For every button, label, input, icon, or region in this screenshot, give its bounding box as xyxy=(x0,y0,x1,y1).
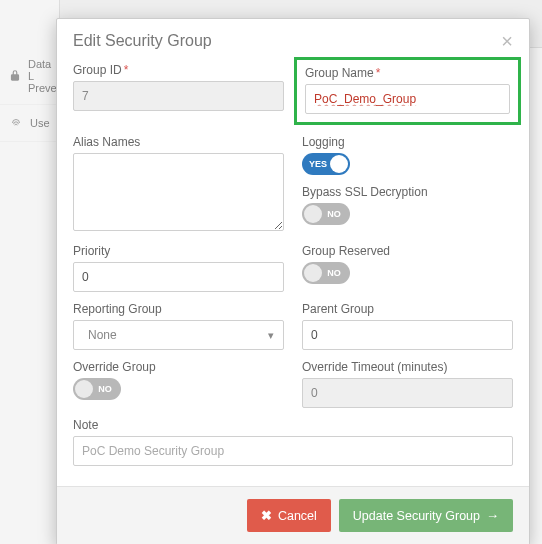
alias-names-textarea[interactable] xyxy=(73,153,284,231)
cancel-button[interactable]: ✖ Cancel xyxy=(247,499,331,532)
priority-label: Priority xyxy=(73,244,284,258)
update-security-group-button[interactable]: Update Security Group → xyxy=(339,499,513,532)
edit-security-group-modal: Edit Security Group × Group ID* Group Na… xyxy=(56,18,530,544)
reporting-group-select[interactable]: ▾ xyxy=(73,320,284,350)
toggle-knob xyxy=(330,155,348,173)
background-sidebar: Data L Preve Use xyxy=(0,0,60,544)
group-name-label: Group Name* xyxy=(305,66,510,80)
toggle-state-label: NO xyxy=(98,384,112,394)
group-id-input xyxy=(73,81,284,111)
fingerprint-icon xyxy=(8,115,24,131)
modal-header: Edit Security Group × xyxy=(57,19,529,59)
bypass-ssl-label: Bypass SSL Decryption xyxy=(302,185,513,199)
group-reserved-label: Group Reserved xyxy=(302,244,513,258)
override-group-toggle[interactable]: NO xyxy=(73,378,121,400)
bg-sidebar-item-user: Use xyxy=(0,105,59,142)
reporting-group-value[interactable] xyxy=(73,320,284,350)
bg-item-label: Data L xyxy=(28,58,51,82)
override-group-label: Override Group xyxy=(73,360,284,374)
bg-item-label-2: Preve xyxy=(28,82,57,94)
bg-sidebar-item-data: Data L Preve xyxy=(0,48,59,105)
group-reserved-toggle[interactable]: NO xyxy=(302,262,350,284)
group-name-input[interactable] xyxy=(305,84,510,114)
modal-footer: ✖ Cancel Update Security Group → xyxy=(57,486,529,544)
toggle-state-label: NO xyxy=(327,209,341,219)
parent-group-label: Parent Group xyxy=(302,302,513,316)
arrow-right-icon: → xyxy=(486,508,499,523)
cancel-button-label: Cancel xyxy=(278,509,317,523)
modal-title: Edit Security Group xyxy=(73,32,212,50)
required-asterisk: * xyxy=(124,63,129,77)
x-icon: ✖ xyxy=(261,508,272,523)
note-input[interactable] xyxy=(73,436,513,466)
note-label: Note xyxy=(73,418,513,432)
toggle-knob xyxy=(75,380,93,398)
modal-body: Group ID* Group Name* Alias Names Loggin… xyxy=(57,59,529,486)
toggle-state-label: NO xyxy=(327,268,341,278)
toggle-knob xyxy=(304,205,322,223)
priority-input[interactable] xyxy=(73,262,284,292)
logging-label: Logging xyxy=(302,135,513,149)
close-icon[interactable]: × xyxy=(501,31,513,51)
submit-button-label: Update Security Group xyxy=(353,509,480,523)
alias-names-label: Alias Names xyxy=(73,135,284,149)
bg-item-label: Use xyxy=(30,117,50,129)
toggle-state-label: YES xyxy=(309,159,327,169)
group-name-highlight: Group Name* xyxy=(294,57,521,125)
logging-toggle[interactable]: YES xyxy=(302,153,350,175)
toggle-knob xyxy=(304,264,322,282)
bypass-ssl-toggle[interactable]: NO xyxy=(302,203,350,225)
reporting-group-label: Reporting Group xyxy=(73,302,284,316)
required-asterisk: * xyxy=(376,66,381,80)
override-timeout-input xyxy=(302,378,513,408)
override-timeout-label: Override Timeout (minutes) xyxy=(302,360,513,374)
parent-group-input[interactable] xyxy=(302,320,513,350)
background-right-edge xyxy=(530,48,542,544)
lock-icon xyxy=(8,68,22,84)
group-id-label: Group ID* xyxy=(73,63,284,77)
